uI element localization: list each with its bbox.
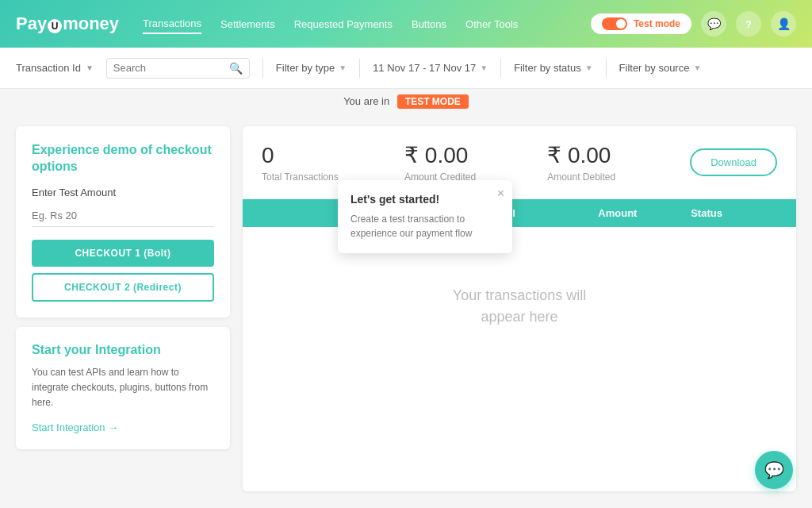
left-panel: Experience demo of checkout options Ente… <box>16 126 230 491</box>
divider <box>262 59 263 78</box>
chevron-source-icon: ▼ <box>693 64 701 72</box>
filter-type-label: Filter by type <box>276 62 335 74</box>
logo-text: PayUmoney <box>16 13 119 34</box>
popup-title: Let's get started! <box>350 193 500 206</box>
main-content: Experience demo of checkout options Ente… <box>0 114 812 504</box>
test-mode-toggle[interactable]: Test mode <box>591 13 691 34</box>
divider3 <box>500 59 501 78</box>
popup: × Let's get started! Create a test trans… <box>338 180 512 253</box>
test-amount-input[interactable] <box>32 205 214 227</box>
search-icon: 🔍 <box>229 62 243 75</box>
total-transactions-value: 0 <box>262 143 404 168</box>
chevron-down-icon: ▼ <box>86 64 94 72</box>
chevron-status-icon: ▼ <box>585 64 593 72</box>
chevron-type-icon: ▼ <box>339 64 347 72</box>
date-range-filter[interactable]: 11 Nov 17 - 17 Nov 17 ▼ <box>373 62 488 74</box>
divider2 <box>359 59 360 78</box>
header-right: Test mode 💬 ? 👤 <box>591 11 796 37</box>
test-mode-label: Test mode <box>634 18 680 29</box>
filter-by-source[interactable]: Filter by source ▼ <box>619 62 702 74</box>
toggle-switch[interactable] <box>602 17 627 30</box>
table-header: Reference Cust. Email Amount Status <box>243 199 796 227</box>
filter-source-label: Filter by source <box>619 62 690 74</box>
test-banner: You are in TEST MODE <box>0 89 812 114</box>
search-box[interactable]: 🔍 <box>106 58 250 79</box>
help-icon[interactable]: ? <box>736 11 761 37</box>
integration-card: Start your Integration You can test APIs… <box>16 327 230 450</box>
col-header-1 <box>255 207 348 219</box>
total-transactions-stat: 0 Total Transactions <box>262 143 404 183</box>
demo-card-title: Experience demo of checkout options <box>32 142 214 175</box>
amount-debited-stat: ₹ 0.00 Amount Debited <box>547 142 690 183</box>
checkout1-button[interactable]: CHECKOUT 1 (Bolt) <box>32 240 214 267</box>
divider4 <box>606 59 607 78</box>
nav-transactions[interactable]: Transactions <box>143 14 201 34</box>
integration-title: Start your Integration <box>32 343 214 357</box>
integration-text: You can test APIs and learn how to integ… <box>32 365 214 411</box>
transaction-id-filter[interactable]: Transaction Id ▼ <box>16 62 94 74</box>
transaction-id-label: Transaction Id <box>16 62 81 74</box>
chat-button[interactable]: 💬 <box>755 451 793 489</box>
empty-state: Your transactions willappear here <box>243 227 796 386</box>
user-icon[interactable]: 👤 <box>771 11 796 37</box>
logo-u: U <box>48 19 62 33</box>
empty-state-text: Your transactions willappear here <box>453 285 586 328</box>
right-panel: 0 Total Transactions ₹ 0.00 Amount Credi… <box>243 126 796 491</box>
profile-icon: 👤 <box>777 17 791 30</box>
main-nav: Transactions Settlements Requested Payme… <box>143 14 591 34</box>
nav-requested-payments[interactable]: Requested Payments <box>294 15 393 33</box>
amount-credited-stat: ₹ 0.00 Amount Credited <box>404 142 547 183</box>
popup-text: Create a test transaction to experience … <box>350 212 500 241</box>
notifications-icon[interactable]: 💬 <box>701 11 726 37</box>
test-amount-label: Enter Test Amount <box>32 187 214 198</box>
chevron-date-icon: ▼ <box>480 64 488 72</box>
close-icon[interactable]: × <box>497 187 504 201</box>
amount-debited-value: ₹ 0.00 <box>547 142 690 168</box>
nav-other-tools[interactable]: Other Tools <box>465 15 518 33</box>
date-range-label: 11 Nov 17 - 17 Nov 17 <box>373 62 476 74</box>
test-mode-badge: TEST MODE <box>397 94 469 109</box>
bell-icon: 💬 <box>707 17 721 30</box>
start-integration-link[interactable]: Start Integration → <box>32 421 214 433</box>
header: PayUmoney Transactions Settlements Reque… <box>0 0 812 48</box>
filter-status-label: Filter by status <box>514 62 581 74</box>
filter-by-type[interactable]: Filter by type ▼ <box>276 62 347 74</box>
search-input[interactable] <box>113 62 224 74</box>
nav-buttons[interactable]: Buttons <box>412 15 446 33</box>
amount-debited-label: Amount Debited <box>547 171 690 183</box>
logo: PayUmoney <box>16 13 119 34</box>
demo-card: Experience demo of checkout options Ente… <box>16 126 230 318</box>
amount-credited-value: ₹ 0.00 <box>404 142 547 168</box>
col-header-amount: Amount <box>598 207 691 219</box>
checkout2-button[interactable]: CHECKOUT 2 (Redirect) <box>32 273 214 302</box>
filter-bar: Transaction Id ▼ 🔍 Filter by type ▼ 11 N… <box>0 48 812 89</box>
chat-icon: 💬 <box>764 460 784 479</box>
test-banner-text: You are in <box>343 95 389 107</box>
nav-settlements[interactable]: Settlements <box>220 15 275 33</box>
stats-row: 0 Total Transactions ₹ 0.00 Amount Credi… <box>243 126 796 199</box>
filter-by-status[interactable]: Filter by status ▼ <box>514 62 592 74</box>
col-header-status: Status <box>691 207 783 219</box>
download-button[interactable]: Download <box>690 148 777 176</box>
question-icon: ? <box>745 18 752 30</box>
